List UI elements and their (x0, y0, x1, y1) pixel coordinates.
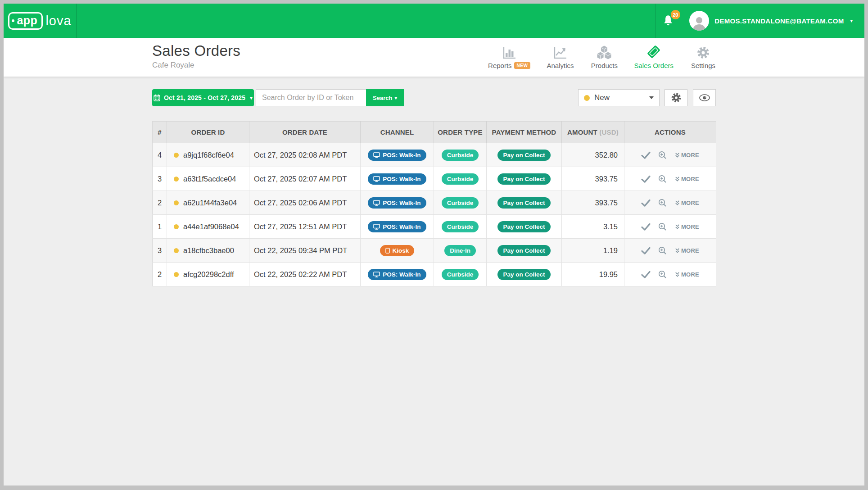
amount-cell: 1.19 (562, 239, 624, 263)
top-bar: app lova 20 (4, 4, 864, 38)
order-type-cell: Curbside (434, 263, 487, 286)
payment-method-cell: Pay on Collect (487, 215, 562, 239)
nav-item-products[interactable]: Products (590, 45, 619, 69)
nav-item-label: Settings (691, 62, 715, 69)
gear-icon (696, 45, 710, 59)
table-settings-button[interactable] (665, 89, 687, 106)
more-label: MORE (681, 176, 699, 182)
user-menu[interactable]: DEMOS.STANDALONE@BATEAM.COM ▾ (680, 4, 864, 38)
approve-action-button[interactable] (641, 199, 651, 207)
order-status-dot (174, 177, 179, 181)
col-header-order-date: ORDER DATE (249, 122, 361, 143)
channel-cell: POS: Walk-In (361, 191, 434, 215)
more-label: MORE (681, 152, 699, 159)
col-header-index: # (153, 122, 167, 143)
approve-action-button[interactable] (641, 151, 651, 159)
actions-cell: MORE (624, 191, 716, 215)
search-button[interactable]: Search ▾ (366, 89, 404, 106)
order-type-cell: Curbside (434, 191, 487, 215)
payment-method-cell: Pay on Collect (487, 167, 562, 191)
table-row: 2 afcg20298c2dff Oct 22, 2025 02:22 AM P… (153, 263, 716, 286)
avatar (689, 11, 709, 31)
controls-row: Oct 21, 2025 - Oct 27, 2025 ▾ Search ▾ N… (4, 89, 864, 106)
search-input[interactable] (256, 89, 366, 106)
view-details-action-button[interactable] (658, 270, 667, 279)
actions-cell: MORE (624, 143, 716, 167)
channel-badge: POS: Walk-In (368, 173, 426, 185)
nav-item-label: Products (591, 62, 618, 69)
more-action-button[interactable]: MORE (674, 200, 699, 206)
monitor-icon (373, 152, 380, 158)
calendar-icon (154, 94, 160, 101)
more-label: MORE (681, 247, 699, 254)
order-date-cell: Oct 22, 2025 02:22 AM PDT (249, 263, 361, 286)
approve-action-button[interactable] (641, 175, 651, 183)
nav-item-label: Reports (488, 62, 512, 69)
table-row: 3 a63t1f5acdce04 Oct 27, 2025 02:07 AM P… (153, 167, 716, 191)
order-date-cell: Oct 27, 2025 12:51 AM PDT (249, 215, 361, 239)
channel-label: POS: Walk-In (383, 223, 420, 230)
col-header-order-id: ORDER ID (167, 122, 249, 143)
new-badge: NEW (514, 62, 531, 69)
approve-action-button[interactable] (641, 271, 651, 278)
col-header-payment-method: PAYMENT METHOD (487, 122, 562, 143)
more-action-button[interactable]: MORE (674, 271, 699, 278)
payment-method-badge: Pay on Collect (497, 173, 550, 185)
date-range-button[interactable]: Oct 21, 2025 - Oct 27, 2025 ▾ (152, 89, 254, 106)
chevron-down-icon: ▾ (394, 95, 397, 101)
status-filter-select[interactable]: New (578, 89, 660, 106)
view-details-action-button[interactable] (658, 175, 667, 183)
topbar-spacer (77, 4, 656, 38)
amount-cell: 19.95 (562, 263, 624, 286)
approve-action-button[interactable] (641, 223, 651, 231)
notifications-button[interactable]: 20 (656, 4, 680, 38)
monitor-icon (373, 224, 380, 230)
ticket-icon (646, 45, 661, 59)
channel-badge: POS: Walk-In (368, 150, 426, 161)
order-type-badge: Curbside (442, 150, 479, 161)
notification-count-badge: 20 (671, 10, 680, 19)
status-new-dot (584, 95, 590, 101)
col-header-channel: CHANNEL (361, 122, 434, 143)
payment-method-badge: Pay on Collect (497, 245, 550, 256)
channel-label: POS: Walk-In (383, 200, 420, 206)
view-details-action-button[interactable] (658, 246, 667, 255)
row-index-cell: 3 (153, 167, 167, 191)
amount-cell: 352.80 (562, 143, 624, 167)
view-details-action-button[interactable] (658, 222, 667, 231)
col-header-actions: ACTIONS (624, 122, 716, 143)
orders-table: # ORDER ID ORDER DATE CHANNEL ORDER TYPE… (152, 121, 716, 286)
actions-cell: MORE (624, 263, 716, 286)
amount-cell: 393.75 (562, 167, 624, 191)
more-action-button[interactable]: MORE (674, 247, 699, 254)
more-action-button[interactable]: MORE (674, 152, 699, 159)
order-type-cell: Curbside (434, 143, 487, 167)
nav-item-sales-orders[interactable]: Sales Orders (634, 45, 674, 69)
approve-action-button[interactable] (641, 247, 651, 254)
view-details-action-button[interactable] (658, 199, 667, 207)
more-action-button[interactable]: MORE (674, 176, 699, 182)
channel-badge: POS: Walk-In (368, 197, 426, 209)
order-status-dot (174, 200, 179, 205)
more-action-button[interactable]: MORE (674, 223, 699, 230)
nav-item-reports[interactable]: Reports NEW (488, 45, 530, 69)
monitor-icon (373, 200, 380, 206)
view-details-action-button[interactable] (658, 151, 667, 159)
nav-item-settings[interactable]: Settings (689, 45, 718, 69)
col-header-order-type: ORDER TYPE (434, 122, 487, 143)
order-date-cell: Oct 27, 2025 02:08 AM PDT (249, 143, 361, 167)
payment-method-badge: Pay on Collect (497, 150, 550, 161)
order-id: a9jq1f68cf6e04 (183, 151, 234, 159)
order-id-cell: afcg20298c2dff (167, 263, 249, 286)
applova-logo[interactable]: app lova (4, 4, 77, 38)
channel-cell: POS: Walk-In (361, 263, 434, 286)
row-index-cell: 2 (153, 263, 167, 286)
payment-method-badge: Pay on Collect (497, 269, 550, 280)
order-type-badge: Curbside (442, 173, 479, 185)
eye-icon (699, 94, 710, 102)
nav-item-analytics[interactable]: Analytics (546, 45, 574, 69)
applova-logo-icon: app lova (8, 12, 71, 30)
user-email: DEMOS.STANDALONE@BATEAM.COM (714, 17, 844, 25)
visibility-button[interactable] (693, 89, 716, 106)
order-id: a44e1af9068e04 (183, 222, 239, 231)
